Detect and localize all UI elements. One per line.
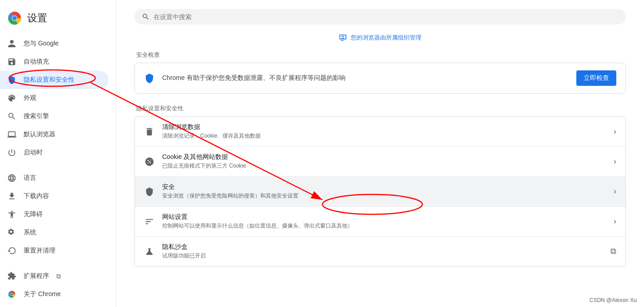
sidebar-item-google[interactable]: 您与 Google (0, 35, 109, 53)
sidebar-header: 设置 (0, 7, 116, 35)
sidebar-item-about-label: 关于 Chrome (24, 290, 61, 298)
privacy-sandbox-desc: 试用版功能已开启 (162, 252, 603, 260)
settings-icon (7, 228, 16, 237)
power-icon (7, 148, 16, 157)
sidebar-item-privacy-label: 隐私设置和安全性 (24, 76, 74, 84)
safety-check-card: Chrome 有助于保护您免受数据泄露、不良扩展程序等问题的影响 立即检查 (134, 63, 626, 94)
shield-icon (7, 75, 16, 84)
save-icon (7, 57, 16, 66)
check-now-button[interactable]: 立即检查 (576, 70, 616, 86)
sidebar-nav-3: 扩展程序 ⧉ 关于 Chrome (0, 267, 116, 303)
sidebar-nav: 您与 Google 自动填充 隐私设置和安全性 外观 (0, 35, 116, 162)
sidebar-item-language[interactable]: 语言 (0, 169, 109, 187)
sidebar-item-download-label: 下载内容 (24, 192, 49, 200)
managed-text: 您的浏览器由所属组织管理 (351, 34, 421, 42)
palette-icon (7, 94, 16, 103)
svg-point-4 (10, 293, 13, 295)
cookies-arrow: › (614, 157, 616, 166)
svg-point-2 (12, 16, 17, 20)
search-bar-icon (142, 13, 150, 21)
sidebar-item-autofill-label: 自动填充 (24, 58, 49, 66)
sidebar-item-reset[interactable]: 重置并清理 (0, 242, 109, 260)
cookie-icon (144, 156, 155, 167)
svg-point-9 (148, 162, 149, 163)
site-settings-arrow: › (614, 217, 616, 226)
svg-point-7 (150, 159, 151, 160)
site-settings-title: 网站设置 (162, 213, 606, 221)
sidebar-item-appearance[interactable]: 外观 (0, 89, 109, 107)
privacy-section-title: 隐私设置和安全性 (134, 104, 626, 113)
sidebar-item-browser-label: 默认浏览器 (24, 130, 55, 139)
security-content: 安全 安全浏览（保护您免受危险网站的侵害）和其他安全设置 (162, 183, 606, 200)
security-title: 安全 (162, 183, 606, 191)
sidebar-item-system[interactable]: 系统 (0, 223, 109, 242)
privacy-sandbox-title: 隐私沙盒 (162, 243, 603, 251)
search-bar[interactable] (134, 9, 626, 25)
sidebar-item-google-label: 您与 Google (24, 40, 59, 48)
download-icon (7, 192, 16, 201)
sidebar-item-search-label: 搜索引擎 (24, 112, 49, 120)
sidebar-item-extensions[interactable]: 扩展程序 ⧉ (0, 267, 109, 285)
monitor-icon (7, 130, 16, 139)
privacy-sandbox-content: 隐私沙盒 试用版功能已开启 (162, 243, 603, 260)
sidebar-item-browser[interactable]: 默认浏览器 (0, 125, 109, 144)
sidebar-item-search[interactable]: 搜索引擎 (0, 107, 109, 125)
sidebar-item-accessibility[interactable]: 无障碍 (0, 205, 109, 223)
sidebar-item-download[interactable]: 下载内容 (0, 187, 109, 205)
trash-icon (144, 126, 155, 137)
sidebar-item-language-label: 语言 (24, 174, 36, 182)
reset-icon (7, 246, 16, 255)
globe-icon (7, 173, 16, 183)
svg-point-8 (149, 162, 151, 163)
sidebar: 设置 您与 Google 自动填充 隐私设置和安全性 (0, 0, 116, 307)
sidebar-item-privacy[interactable]: 隐私设置和安全性 (0, 71, 109, 89)
security-shield-icon (144, 186, 155, 197)
settings-list: 清除浏览数据 清除浏览记录、Cookie、缓存及其他数据 › Cookie 及其… (135, 117, 625, 266)
clear-browsing-title: 清除浏览数据 (162, 123, 606, 131)
sidebar-item-extensions-label: 扩展程序 (24, 272, 49, 280)
settings-item-clear-browsing[interactable]: 清除浏览数据 清除浏览记录、Cookie、缓存及其他数据 › (135, 117, 625, 147)
search-icon (7, 112, 16, 121)
page-title: 设置 (27, 11, 47, 25)
security-arrow: › (614, 187, 616, 196)
search-input[interactable] (154, 13, 619, 20)
settings-item-cookies[interactable]: Cookie 及其他网站数据 已阻止无痕模式下的第三方 Cookie › (135, 147, 625, 177)
site-settings-desc: 控制网站可以使用和显示什么信息（如位置信息、摄像头、弹出式窗口及其他） (162, 222, 606, 230)
privacy-sandbox-external: ⧉ (610, 247, 616, 256)
svg-point-10 (149, 161, 150, 162)
managed-banner: 您的浏览器由所属组织管理 (134, 34, 626, 42)
site-settings-content: 网站设置 控制网站可以使用和显示什么信息（如位置信息、摄像头、弹出式窗口及其他） (162, 213, 606, 230)
cookies-content: Cookie 及其他网站数据 已阻止无痕模式下的第三方 Cookie (162, 153, 606, 170)
sidebar-item-startup-label: 启动时 (24, 149, 43, 157)
sidebar-item-appearance-label: 外观 (24, 94, 36, 102)
settings-item-site-settings[interactable]: 网站设置 控制网站可以使用和显示什么信息（如位置信息、摄像头、弹出式窗口及其他）… (135, 207, 625, 237)
cookies-title: Cookie 及其他网站数据 (162, 153, 606, 161)
footer-text: CSDN @Alexon Xu (590, 297, 637, 303)
safety-shield-icon (144, 73, 155, 84)
sidebar-nav-2: 语言 下载内容 无障碍 系统 重置并清理 (0, 169, 116, 260)
main-content: 您的浏览器由所属组织管理 安全检查 Chrome 有助于保护您免受数据泄露、不良… (116, 0, 644, 307)
clear-browsing-arrow: › (614, 127, 616, 136)
security-desc: 安全浏览（保护您免受危险网站的侵害）和其他安全设置 (162, 192, 606, 200)
safety-check-title: 安全检查 (134, 51, 626, 59)
sidebar-item-about[interactable]: 关于 Chrome (0, 285, 109, 303)
sidebar-item-startup[interactable]: 启动时 (0, 144, 109, 162)
puzzle-icon (7, 272, 16, 281)
svg-point-6 (148, 159, 149, 161)
chrome-logo-icon (7, 11, 22, 25)
person-icon (7, 39, 16, 48)
sidebar-item-accessibility-label: 无障碍 (24, 210, 43, 218)
settings-item-security[interactable]: 安全 安全浏览（保护您免受危险网站的侵害）和其他安全设置 › (135, 177, 625, 207)
flask-icon (144, 246, 155, 257)
settings-item-privacy-sandbox[interactable]: 隐私沙盒 试用版功能已开启 ⧉ (135, 237, 625, 266)
external-link-icon: ⧉ (56, 272, 61, 280)
chrome-about-icon (7, 290, 16, 299)
sidebar-item-autofill[interactable]: 自动填充 (0, 53, 109, 71)
sliders-icon (144, 216, 155, 227)
clear-browsing-content: 清除浏览数据 清除浏览记录、Cookie、缓存及其他数据 (162, 123, 606, 140)
cookies-desc: 已阻止无痕模式下的第三方 Cookie (162, 162, 606, 170)
safety-check-description: Chrome 有助于保护您免受数据泄露、不良扩展程序等问题的影响 (162, 74, 569, 82)
sidebar-item-system-label: 系统 (24, 228, 36, 237)
accessibility-icon (7, 210, 16, 219)
managed-icon (339, 34, 347, 42)
